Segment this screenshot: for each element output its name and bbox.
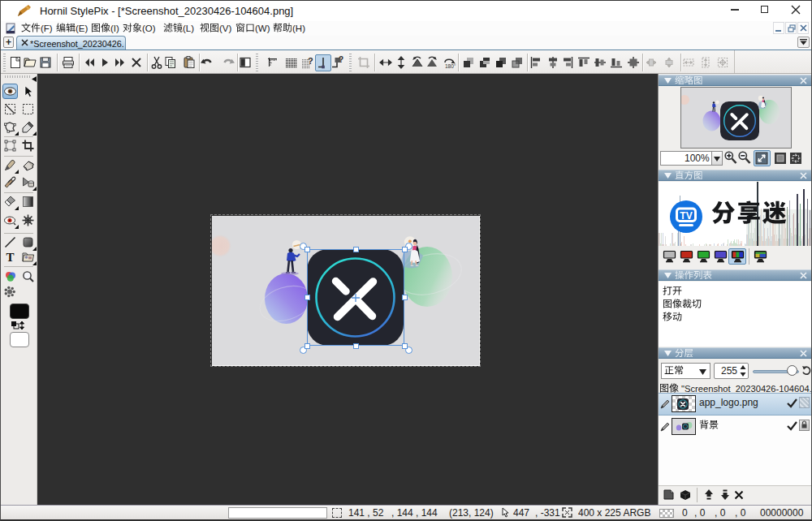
svg-text:T: T [6,251,14,264]
svg-text:?: ? [339,55,343,64]
svg-text:180°: 180° [445,63,456,69]
svg-text:?: ? [308,56,313,66]
svg-text:TV: TV [680,210,692,222]
